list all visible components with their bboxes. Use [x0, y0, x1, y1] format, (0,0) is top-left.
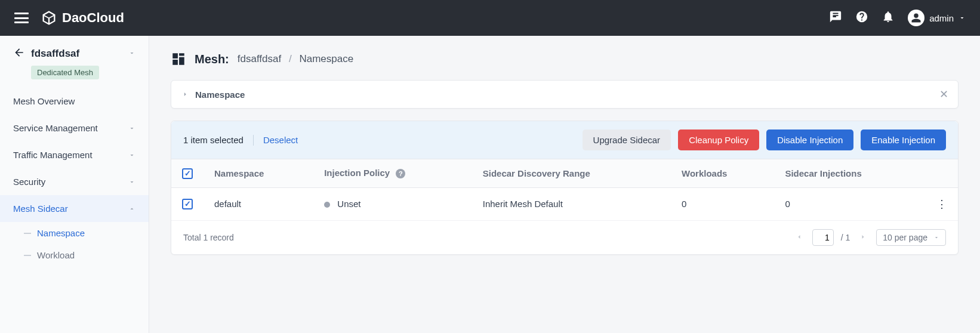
cleanup-policy-button[interactable]: Cleanup Policy — [678, 130, 759, 150]
sidebar-item-label: Service Management — [13, 123, 98, 133]
filter-panel: Namespace ✕ — [171, 80, 959, 109]
sidebar-item-label: Mesh Sidecar — [13, 204, 68, 214]
cell-workloads: 0 — [671, 187, 774, 220]
topbar-right: admin — [829, 10, 966, 26]
col-sidecar-inj: Sidecar Injections — [774, 159, 926, 187]
cell-injection: Unset — [313, 187, 472, 220]
table-row: default Unset Inherit Mesh Default 0 0 ⋮ — [171, 187, 958, 220]
row-checkbox[interactable] — [182, 199, 193, 209]
sidebar-sub-label: Workload — [37, 250, 75, 260]
breadcrumb-current: Namespace — [299, 53, 353, 64]
sidebar-item-security[interactable]: Security — [0, 168, 149, 195]
divider — [253, 135, 254, 146]
status-dot-icon — [324, 202, 330, 208]
select-all-checkbox[interactable] — [182, 168, 193, 179]
avatar-icon — [908, 10, 924, 26]
close-icon[interactable]: ✕ — [939, 88, 948, 101]
page-size-select[interactable]: 10 per page — [876, 229, 946, 246]
user-name: admin — [929, 13, 954, 23]
col-discovery: Sidecar Discovery Range — [472, 159, 671, 187]
pagination: / 1 10 per page — [793, 229, 946, 246]
brand-logo[interactable]: DaoCloud — [41, 10, 124, 26]
sidebar-header[interactable]: fdsaffdsaf — [0, 47, 149, 66]
selection-info: 1 item selected Deselect — [183, 135, 298, 146]
sidebar-item-label: Security — [13, 177, 45, 187]
sidebar-item-mesh-sidecar[interactable]: Mesh Sidecar — [0, 195, 149, 222]
col-injection: Injection Policy ? — [313, 159, 472, 187]
brand-name: DaoCloud — [62, 10, 124, 26]
selection-actions: Upgrade Sidecar Cleanup Policy Disable I… — [583, 130, 946, 150]
page-number-input[interactable] — [812, 229, 834, 246]
filter-panel-title: Namespace — [195, 90, 245, 100]
sidebar-sub-namespace[interactable]: Namespace — [0, 222, 149, 244]
chevron-down-icon — [959, 13, 966, 23]
mesh-icon — [171, 51, 186, 67]
table-container: 1 item selected Deselect Upgrade Sidecar… — [171, 121, 959, 255]
mesh-badge-wrap: Dedicated Mesh — [0, 66, 149, 88]
page-size-label: 10 per page — [883, 233, 927, 242]
col-namespace: Namespace — [204, 159, 313, 187]
chevron-right-icon — [181, 90, 189, 98]
selection-count: 1 item selected — [183, 135, 244, 145]
namespace-table: Namespace Injection Policy ? Sidecar Dis… — [171, 159, 958, 221]
chevron-down-icon — [933, 235, 939, 240]
sidebar-item-label: Mesh Overview — [13, 96, 75, 106]
sidebar-sub-label: Namespace — [37, 228, 85, 238]
table-footer: Total 1 record / 1 10 per page — [171, 221, 958, 254]
filter-panel-left[interactable]: Namespace — [181, 90, 245, 100]
selection-bar: 1 item selected Deselect Upgrade Sidecar… — [171, 121, 958, 159]
total-records: Total 1 record — [183, 233, 234, 242]
chevron-up-icon — [128, 205, 135, 212]
help-icon[interactable] — [855, 10, 868, 26]
breadcrumb: fdsaffdsaf / Namespace — [238, 53, 353, 65]
table-header-row: Namespace Injection Policy ? Sidecar Dis… — [171, 159, 958, 187]
sidebar-item-overview[interactable]: Mesh Overview — [0, 88, 149, 115]
chevron-down-icon — [128, 152, 135, 159]
user-menu[interactable]: admin — [908, 10, 966, 26]
mesh-name: fdsaffdsaf — [31, 48, 122, 60]
back-arrow-icon[interactable] — [13, 47, 25, 61]
upgrade-sidecar-button[interactable]: Upgrade Sidecar — [583, 130, 671, 150]
sidebar-item-label: Traffic Management — [13, 150, 93, 160]
col-workloads: Workloads — [671, 159, 774, 187]
sidebar-sub-workload[interactable]: Workload — [0, 244, 149, 266]
cell-discovery: Inherit Mesh Default — [472, 187, 671, 220]
chevron-down-icon[interactable] — [128, 48, 135, 59]
prev-page-button[interactable] — [793, 233, 805, 242]
cube-icon — [41, 10, 57, 26]
menu-toggle-icon[interactable] — [14, 13, 29, 23]
bell-icon[interactable] — [882, 10, 895, 26]
row-actions-menu[interactable]: ⋮ — [926, 187, 958, 220]
breadcrumb-sep: / — [289, 53, 292, 64]
mesh-type-badge: Dedicated Mesh — [31, 66, 99, 79]
topbar-left: DaoCloud — [14, 10, 124, 26]
page-total: / 1 — [841, 233, 850, 242]
topbar: DaoCloud admin — [0, 0, 980, 36]
enable-injection-button[interactable]: Enable Injection — [861, 130, 946, 150]
sidebar-item-service-mgmt[interactable]: Service Management — [0, 115, 149, 141]
chat-icon[interactable] — [829, 10, 842, 26]
dash-icon — [24, 233, 31, 234]
dash-icon — [24, 255, 31, 256]
disable-injection-button[interactable]: Disable Injection — [766, 130, 853, 150]
next-page-button[interactable] — [857, 233, 869, 242]
breadcrumb-mesh[interactable]: fdsaffdsaf — [238, 53, 281, 64]
cell-sidecar-inj: 0 — [774, 187, 926, 220]
sidebar: fdsaffdsaf Dedicated Mesh Mesh Overview … — [0, 36, 149, 333]
chevron-down-icon — [128, 178, 135, 186]
page-title-prefix: Mesh: — [195, 53, 229, 66]
deselect-link[interactable]: Deselect — [263, 135, 298, 145]
chevron-down-icon — [128, 125, 135, 132]
sidebar-item-traffic-mgmt[interactable]: Traffic Management — [0, 141, 149, 168]
help-tooltip-icon[interactable]: ? — [396, 169, 405, 178]
page-header: Mesh: fdsaffdsaf / Namespace — [171, 51, 959, 67]
cell-namespace[interactable]: default — [204, 187, 313, 220]
main-content: Mesh: fdsaffdsaf / Namespace Namespace ✕… — [149, 36, 980, 333]
